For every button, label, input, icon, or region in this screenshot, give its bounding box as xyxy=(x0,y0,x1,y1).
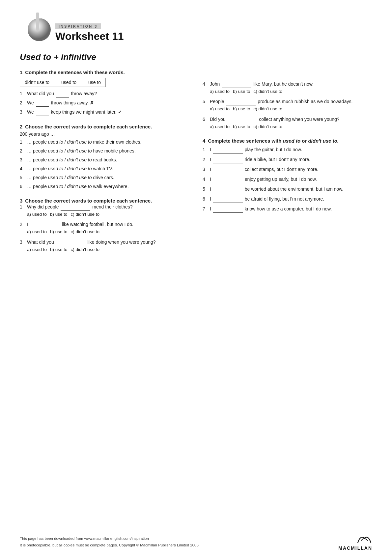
list-item: 4 I enjoy getting up early, but I do now… xyxy=(203,176,372,183)
exercise-3-right: 4 John like Mary, but he doesn't now. a)… xyxy=(203,81,372,130)
exercise-2: 2 Choose the correct words to complete e… xyxy=(20,124,189,190)
list-item: 4… people used to / didn't use to watch … xyxy=(20,165,189,172)
column-left: 1 Complete the sentences with these word… xyxy=(20,69,189,261)
choices: a) used tob) use toc) didn't use to xyxy=(27,229,103,234)
ex2-sentences: 1… people used to / didn't use to make t… xyxy=(20,139,189,190)
svg-rect-2 xyxy=(36,13,39,31)
exercise-3: 3 Choose the correct words to complete e… xyxy=(20,198,189,253)
list-item: 5… people used to / didn't use to drive … xyxy=(20,174,189,181)
list-item: 3 I collect stamps, but I don't any more… xyxy=(203,166,372,173)
list-item: 5 I be worried about the environment, bu… xyxy=(203,186,372,193)
blank xyxy=(213,166,243,173)
blank xyxy=(36,109,49,116)
page-title: Used to + infinitive xyxy=(20,52,372,62)
list-item: 3 We keep things we might want later. ✓ xyxy=(20,109,189,116)
inspiration-label: INSPIRATION 3 xyxy=(55,23,101,29)
ex3-heading: 3 Choose the correct words to complete e… xyxy=(20,198,189,204)
ex3-sentences-left: 1 Why did people mend their clothes? a) … xyxy=(20,204,189,253)
exercise-4: 4 Complete these sentences with used to … xyxy=(203,138,372,213)
list-item: 5 People produce as much rubbish as we d… xyxy=(203,98,372,112)
footer-line1: This page has been downloaded from www.m… xyxy=(20,536,200,542)
blank xyxy=(213,186,243,193)
blank xyxy=(226,98,256,105)
main-content: Used to + infinitive 1 Complete the sent… xyxy=(0,45,392,267)
header-graphic xyxy=(26,6,52,42)
blank xyxy=(213,156,243,163)
list-item: 1 Why did people mend their clothes? a) … xyxy=(20,204,189,218)
list-item: 2 I like watching football, but now I do… xyxy=(20,221,189,235)
word-box: didn't use to used to use to xyxy=(20,78,106,87)
list-item: 7 I know how to use a computer, but I do… xyxy=(203,206,372,213)
macmillan-icon xyxy=(338,534,372,545)
list-item: 6 Did you collect anything when you were… xyxy=(203,116,372,130)
blank xyxy=(222,81,251,88)
ex1-heading: 1 Complete the sentences with these word… xyxy=(20,69,189,75)
list-item: 1… people used to / didn't use to make t… xyxy=(20,139,189,146)
macmillan-logo: MACMILLAN xyxy=(338,534,372,551)
list-item: 1 I play the guitar, but I do now. xyxy=(203,146,372,153)
exercise-1: 1 Complete the sentences with these word… xyxy=(20,69,189,116)
ex3-sentences-right: 4 John like Mary, but he doesn't now. a)… xyxy=(203,81,372,130)
worksheet-title: Worksheet 11 xyxy=(55,31,124,42)
ex1-sentences: 1 What did you throw away? 2 We throw th… xyxy=(20,90,189,116)
list-item: 2 I ride a bike, but I don't any more. xyxy=(203,156,372,163)
choices: a) used tob) use toc) didn't use to xyxy=(210,106,286,111)
choices: a) used tob) use toc) didn't use to xyxy=(27,247,103,252)
word-box-item-2: used to xyxy=(61,80,76,85)
choices: a) used tob) use toc) didn't use to xyxy=(210,89,286,94)
blank xyxy=(227,116,257,123)
two-column-layout: 1 Complete the sentences with these word… xyxy=(20,69,372,261)
list-item: 3 What did you like doing when you were … xyxy=(20,239,189,253)
word-box-item-3: use to xyxy=(88,80,101,85)
choices: a) used tob) use toc) didn't use to xyxy=(210,124,286,129)
choices: a) used tob) use toc) didn't use to xyxy=(27,212,103,217)
ex2-intro: 200 years ago … xyxy=(20,131,189,137)
ex4-heading: 4 Complete these sentences with used to … xyxy=(203,138,372,144)
blank xyxy=(213,176,243,183)
list-item: 6… people used to / didn't use to walk e… xyxy=(20,183,189,190)
blank xyxy=(56,239,86,246)
ex2-heading: 2 Choose the correct words to complete e… xyxy=(20,124,189,129)
blank xyxy=(213,196,243,203)
blank xyxy=(213,206,243,213)
ex4-sentences: 1 I play the guitar, but I do now. 2 I r… xyxy=(203,146,372,213)
macmillan-logo-text: MACMILLAN xyxy=(338,545,372,551)
list-item: 6 I be afraid of flying, but I'm not any… xyxy=(203,196,372,203)
blank xyxy=(36,99,49,107)
footer-line2: It is photocopiable, but all copies must… xyxy=(20,542,200,549)
header-text-block: INSPIRATION 3 Worksheet 11 xyxy=(55,23,124,42)
blank xyxy=(30,221,60,228)
blank xyxy=(56,90,69,97)
list-item: 2… people used to / didn't use to have m… xyxy=(20,148,189,154)
list-item: 1 What did you throw away? xyxy=(20,90,189,97)
macmillan-bird-icon xyxy=(356,534,372,543)
footer-left: This page has been downloaded from www.m… xyxy=(20,536,200,548)
list-item: 3… people used to / didn't use to read b… xyxy=(20,156,189,163)
column-right: 4 John like Mary, but he doesn't now. a)… xyxy=(203,69,372,261)
blank xyxy=(61,204,90,211)
word-box-item-1: didn't use to xyxy=(25,80,49,85)
svg-point-0 xyxy=(28,18,51,41)
footer: This page has been downloaded from www.m… xyxy=(0,530,392,554)
blank xyxy=(213,146,243,153)
list-item: 4 John like Mary, but he doesn't now. a)… xyxy=(203,81,372,95)
svg-rect-1 xyxy=(26,6,52,18)
list-item: 2 We throw things away. ✗ xyxy=(20,99,189,107)
header: INSPIRATION 3 Worksheet 11 xyxy=(0,0,392,45)
